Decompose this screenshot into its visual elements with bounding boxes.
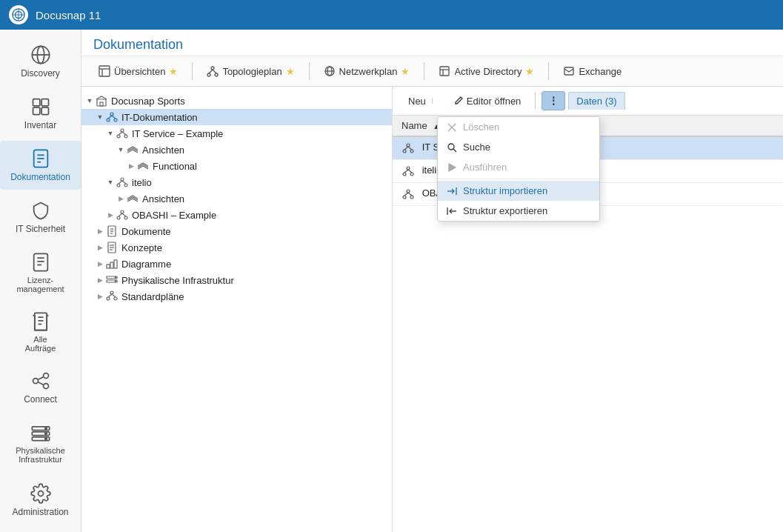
svg-point-100 [403, 173, 406, 176]
svg-point-53 [107, 119, 110, 122]
tree-arrow-it-dok: ▼ [95, 112, 105, 122]
sidebar-item-lizenz[interactable]: Lizenz- management [0, 245, 81, 301]
neu-button[interactable]: Neu [402, 92, 442, 110]
ctx-importieren[interactable]: Struktur importieren [438, 181, 599, 201]
tree-item-itelio[interactable]: ▼ itelio [81, 174, 392, 190]
editor-button[interactable]: Editor öffnen [445, 92, 529, 110]
tree-arrow-diagramme: ▶ [95, 259, 105, 269]
tree-item-functional[interactable]: ▶ Functional [81, 158, 392, 174]
table-icon [99, 65, 110, 77]
sidebar-item-dokumentation[interactable]: Dokumentation [0, 141, 81, 190]
sidebar-item-discovery[interactable]: Discovery [0, 37, 81, 86]
building-icon [95, 94, 108, 107]
org-icon-obashi [116, 208, 129, 222]
svg-line-61 [122, 132, 126, 135]
tab-activedirectory[interactable]: Active Directory ★ [430, 61, 542, 82]
col-name-label: Name [402, 120, 427, 131]
tab-uebersichten[interactable]: Übersichten ★ [90, 61, 186, 82]
tree-item-dokumente[interactable]: ▶ Dokumente [81, 223, 392, 239]
ad-icon [439, 65, 450, 77]
dots-menu-button[interactable]: ⋮ [542, 91, 565, 110]
svg-point-111 [448, 144, 454, 150]
svg-rect-51 [100, 102, 103, 106]
sidebar-item-auftraege[interactable]: Alle Aufträge [0, 304, 81, 360]
sidebar-item-connect[interactable]: Connect [0, 363, 81, 412]
tree-label-obashi: OBASHI – Example [132, 210, 216, 221]
sidebar-label-lizenz: Lizenz- management [16, 276, 64, 293]
neu-main[interactable]: Neu [402, 93, 432, 110]
svg-point-67 [121, 210, 124, 213]
svg-point-52 [110, 113, 113, 116]
ctx-ausfuehren[interactable]: Ausführen [438, 157, 599, 177]
daten-tab[interactable]: Daten (3) [568, 92, 624, 110]
tab-netzwerkplan[interactable]: Netzwerkplan ★ [316, 61, 419, 82]
tab-exchange[interactable]: Exchange [555, 61, 630, 82]
svg-line-103 [408, 170, 412, 173]
svg-point-34 [38, 491, 43, 496]
tab-label-activedirectory: Active Directory [454, 66, 522, 77]
tab-star-netzwerkplan[interactable]: ★ [401, 66, 410, 77]
svg-point-89 [114, 297, 117, 300]
sidebar-item-inventar[interactable]: Inventar [0, 89, 81, 138]
svg-point-63 [117, 184, 120, 187]
tree-item-diagramme[interactable]: ▶ Diagramme [81, 256, 392, 272]
folder-tree-icon [105, 110, 119, 124]
tab-sep-2 [309, 62, 310, 80]
row-org-icon-2 [402, 164, 415, 178]
sidebar-item-physikalisch[interactable]: Physikalische Infrastruktur [0, 415, 81, 471]
network-icon [324, 65, 336, 77]
svg-line-91 [112, 294, 116, 297]
tree-item-obashi[interactable]: ▶ OBASHI – Example [81, 207, 392, 223]
neu-dropdown[interactable] [432, 98, 442, 104]
svg-line-112 [453, 149, 456, 152]
sidebar-label-discovery: Discovery [21, 68, 60, 79]
sidebar-label-connect: Connect [24, 394, 57, 405]
tree-label-functional: Functional [153, 161, 197, 172]
tree-arrow-root: ▼ [84, 96, 95, 106]
tab-star-topologieplan[interactable]: ★ [286, 66, 295, 77]
svg-point-88 [107, 297, 110, 300]
tree-item-konzepte[interactable]: ▶ Konzepte [81, 239, 392, 256]
svg-point-23 [33, 379, 38, 384]
doc-page-icon [105, 225, 119, 238]
svg-point-38 [211, 67, 214, 70]
svg-rect-7 [33, 99, 39, 106]
svg-rect-46 [440, 67, 449, 76]
sidebar-label-physikalisch: Physikalische Infrastruktur [16, 446, 65, 464]
layers-icon-functional [136, 159, 150, 173]
content-area: Dokumentation Übersichten ★ [81, 30, 783, 532]
tab-bar: Übersichten ★ Topologieplan ★ [81, 56, 783, 87]
context-menu: Löschen Suche [437, 116, 600, 222]
x-icon [447, 122, 457, 133]
svg-point-101 [410, 173, 413, 176]
tab-star-uebersichten[interactable]: ★ [169, 66, 178, 77]
sidebar-item-administration[interactable]: Administration [0, 476, 81, 525]
sidebar-item-it-sicherheit[interactable]: IT Sicherheit [0, 193, 81, 242]
svg-point-85 [115, 277, 116, 279]
svg-line-70 [119, 213, 122, 216]
svg-rect-35 [99, 66, 110, 76]
tree-arrow-functional: ▶ [126, 161, 136, 171]
tab-label-topologieplan: Topologieplan [222, 66, 281, 77]
edit-icon [453, 96, 464, 106]
tree-item-ansichten1[interactable]: ▼ Ansichten [81, 142, 392, 158]
svg-line-41 [209, 70, 213, 73]
tree-item-root[interactable]: ▼ Docusnap Sports [81, 93, 392, 109]
tree-item-it-dok[interactable]: ▼ IT-Dokumentation [81, 109, 392, 125]
ctx-exportieren[interactable]: Struktur exportieren [438, 201, 599, 221]
tab-star-activedirectory[interactable]: ★ [525, 66, 534, 77]
svg-line-55 [108, 116, 112, 119]
tree-item-it-service[interactable]: ▼ IT Service – Example [81, 125, 392, 142]
ctx-suche[interactable]: Suche [438, 137, 599, 157]
svg-line-60 [119, 132, 122, 135]
tree-item-ansichten2[interactable]: ▶ Ansichten [81, 190, 392, 207]
tab-topologieplan[interactable]: Topologieplan ★ [199, 61, 302, 82]
tree-item-physinfra[interactable]: ▶ Physikalische Infrastruktur [81, 272, 392, 288]
svg-point-94 [407, 144, 410, 147]
tree-label-standardplaene: Standardpläne [121, 291, 184, 302]
tree-item-standardplaene[interactable]: ▶ Standardpläne [81, 288, 392, 305]
ctx-loeschen[interactable]: Löschen [438, 117, 599, 137]
svg-line-27 [38, 382, 43, 385]
svg-point-86 [115, 281, 116, 282]
dots-icon: ⋮ [548, 95, 559, 107]
